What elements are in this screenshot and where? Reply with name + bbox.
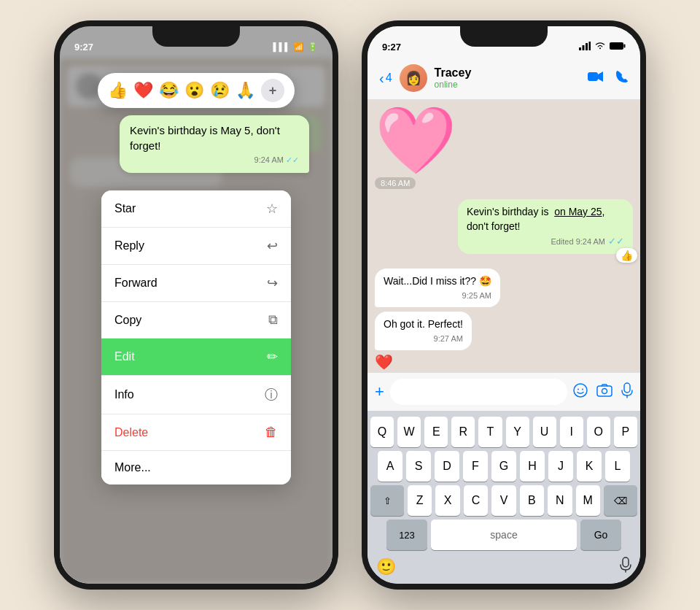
key-b[interactable]: B — [520, 485, 544, 516]
menu-item-star[interactable]: Star ☆ — [101, 190, 291, 228]
phone-call-icon[interactable] — [615, 70, 629, 87]
mic-icon[interactable] — [621, 382, 633, 402]
menu-item-edit[interactable]: Edit ✏ — [101, 339, 291, 376]
key-c[interactable]: C — [464, 485, 488, 516]
recv-time-1: 9:25 AM — [462, 290, 491, 301]
key-i[interactable]: I — [560, 417, 583, 447]
key-s[interactable]: S — [406, 451, 431, 482]
menu-label-edit: Edit — [114, 350, 135, 363]
emoji-reaction-bar: 👍 ❤️ 😂 😮 😢 🙏 + — [98, 73, 295, 108]
keyboard-bottom: 🙂 — [370, 554, 637, 581]
signal-icon-right — [579, 42, 591, 52]
keyboard: Q W E R T Y U I O P A S D F G H J K — [368, 411, 640, 584]
key-backspace[interactable]: ⌫ — [604, 485, 637, 516]
heart-reaction: ❤️ — [375, 353, 472, 371]
emoji-add-button[interactable]: + — [261, 79, 284, 102]
svg-point-10 — [582, 388, 583, 390]
menu-item-info[interactable]: Info ⓘ — [101, 376, 291, 414]
sent-message-edited: Kevin's birthday is on May 25, don't for… — [458, 199, 633, 254]
emoji-pray[interactable]: 🙏 — [236, 81, 255, 100]
key-l[interactable]: L — [605, 451, 630, 482]
avatar-image: 👩 — [405, 70, 421, 86]
key-a[interactable]: A — [378, 451, 402, 482]
svg-rect-6 — [588, 72, 598, 81]
key-d[interactable]: D — [435, 451, 459, 482]
contact-avatar[interactable]: 👩 — [400, 64, 427, 92]
key-p[interactable]: P — [614, 417, 637, 447]
menu-item-reply[interactable]: Reply ↩ — [101, 228, 291, 265]
signal-icon: ▌▌▌ — [273, 42, 290, 51]
camera-icon[interactable] — [596, 384, 612, 401]
key-r[interactable]: R — [451, 417, 475, 447]
key-u[interactable]: U — [533, 417, 556, 447]
key-space[interactable]: space — [431, 520, 577, 550]
info-icon: ⓘ — [265, 386, 278, 404]
key-o[interactable]: O — [587, 417, 610, 447]
left-phone: 9:27 ▌▌▌ 📶 🔋 👍 ❤️ 😂 😮 😢 🙏 + Kevin's birt… — [54, 20, 338, 590]
chat-header: ‹ 4 👩 Tracey online — [368, 58, 640, 100]
emoji-cry[interactable]: 😢 — [210, 81, 230, 100]
emoji-keyboard-icon[interactable]: 🙂 — [376, 557, 396, 576]
menu-item-more[interactable]: More... — [101, 451, 291, 484]
key-n[interactable]: N — [548, 485, 572, 516]
key-y[interactable]: Y — [506, 417, 529, 447]
svg-point-12 — [602, 388, 607, 393]
recv-message-1: Wait...Did I miss it?? 🤩 9:25 AM — [375, 269, 500, 307]
svg-rect-13 — [624, 383, 630, 393]
contact-name[interactable]: Tracey — [435, 66, 580, 80]
double-check-icon: ✓✓ — [608, 235, 624, 248]
video-call-icon[interactable] — [588, 71, 604, 86]
menu-label-delete: Delete — [114, 426, 148, 439]
sticker-message: 🩷 — [375, 107, 456, 173]
emoji-wow[interactable]: 😮 — [184, 81, 204, 100]
key-go[interactable]: Go — [580, 520, 621, 550]
menu-label-reply: Reply — [114, 239, 144, 252]
svg-marker-7 — [598, 72, 603, 82]
menu-label-forward: Forward — [114, 277, 158, 290]
key-e[interactable]: E — [424, 417, 448, 447]
battery-icon: 🔋 — [308, 42, 318, 52]
key-j[interactable]: J — [548, 451, 573, 482]
key-t[interactable]: T — [478, 417, 502, 447]
key-z[interactable]: Z — [408, 485, 432, 516]
sticker-icon[interactable] — [573, 383, 588, 401]
recv-message-2: Oh got it. Perfect! 9:27 AM — [375, 312, 472, 350]
edited-label: Edited 9:24 AM — [551, 236, 605, 247]
key-w[interactable]: W — [397, 417, 421, 447]
right-phone: 9:27 ‹ 4 👩 Trac — [362, 20, 646, 590]
key-q[interactable]: Q — [370, 417, 394, 447]
key-v[interactable]: V — [491, 485, 516, 516]
keyboard-mic-icon[interactable] — [620, 557, 631, 576]
key-m[interactable]: M — [576, 485, 600, 516]
key-x[interactable]: X — [435, 485, 459, 516]
battery-icon-right — [610, 42, 626, 52]
recv-time-2: 9:27 AM — [434, 333, 463, 344]
message-input[interactable] — [390, 379, 567, 405]
svg-rect-3 — [589, 42, 591, 50]
menu-item-copy[interactable]: Copy ⧉ — [101, 302, 291, 339]
reply-icon: ↩ — [267, 238, 278, 254]
emoji-thumbs-up[interactable]: 👍 — [108, 81, 128, 100]
context-menu: Star ☆ Reply ↩ Forward ↪ Copy ⧉ Edit ✏ I… — [101, 190, 291, 484]
attach-button[interactable]: + — [375, 382, 384, 401]
status-time-right: 9:27 — [382, 42, 401, 53]
menu-item-delete[interactable]: Delete 🗑 — [101, 414, 291, 451]
key-shift[interactable]: ⇧ — [370, 485, 404, 516]
input-action-icons — [573, 382, 633, 402]
svg-rect-2 — [586, 43, 588, 50]
menu-item-forward[interactable]: Forward ↪ — [101, 265, 291, 302]
key-k[interactable]: K — [577, 451, 602, 482]
header-action-icons — [588, 70, 629, 87]
key-123[interactable]: 123 — [386, 520, 427, 550]
svg-rect-0 — [579, 47, 581, 50]
status-time: 9:27 — [74, 42, 93, 53]
pencil-icon: ✏ — [267, 349, 278, 365]
recv-message-2-container: Oh got it. Perfect! 9:27 AM ❤️ — [375, 312, 472, 371]
key-g[interactable]: G — [491, 451, 516, 482]
emoji-laugh[interactable]: 😂 — [159, 81, 179, 100]
back-button[interactable]: ‹ 4 — [379, 70, 392, 87]
key-f[interactable]: F — [463, 451, 488, 482]
menu-label-info: Info — [114, 388, 134, 401]
emoji-heart[interactable]: ❤️ — [133, 81, 153, 100]
key-h[interactable]: H — [520, 451, 545, 482]
